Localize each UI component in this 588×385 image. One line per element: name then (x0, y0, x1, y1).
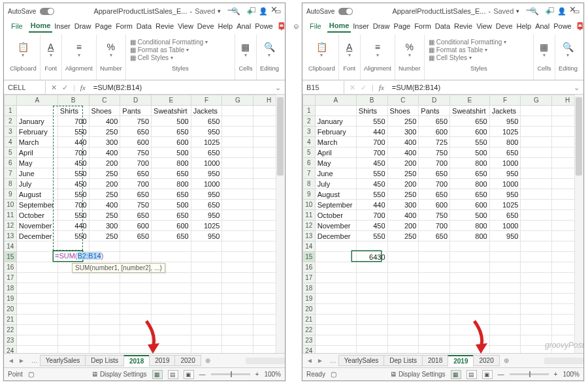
menu-home[interactable]: Home (327, 20, 351, 33)
tab-2020[interactable]: 2020 (473, 355, 499, 366)
clipboard-icon[interactable]: 📋▾ (16, 40, 30, 59)
data-cell[interactable]: 550 (356, 231, 387, 241)
maximize-button[interactable]: □ (243, 3, 263, 16)
data-cell[interactable]: 800 (450, 221, 490, 231)
cond-format[interactable]: ▦ Conditional Formatting ▾ (429, 38, 529, 46)
data-cell[interactable]: 250 (89, 127, 120, 137)
tab-deplists[interactable]: Dep Lists (85, 355, 124, 366)
tab-deplists[interactable]: Dep Lists (384, 355, 423, 366)
menu-home[interactable]: Home (29, 20, 53, 33)
view-break[interactable]: ▣ (482, 370, 493, 379)
format-table[interactable]: ▦ Format as Table ▾ (429, 46, 529, 54)
cells-icon[interactable]: ▦▾ (537, 40, 551, 59)
zoom-out[interactable]: — (498, 371, 504, 378)
data-cell[interactable]: 700 (419, 221, 450, 231)
share-icon[interactable]: 📮 (574, 20, 587, 33)
zoom-slider[interactable] (211, 373, 250, 375)
data-cell[interactable]: 950 (191, 189, 222, 200)
menu-review[interactable]: Revie (452, 20, 474, 32)
data-cell[interactable]: 750 (419, 147, 450, 158)
menu-view[interactable]: View (176, 20, 195, 32)
month-cell[interactable]: July (315, 179, 356, 189)
data-cell[interactable]: 400 (89, 147, 120, 158)
menu-dev[interactable]: Deve (494, 20, 515, 32)
comments-icon[interactable]: ☺ (291, 20, 302, 32)
menu-insert[interactable]: Inser (52, 20, 72, 32)
data-cell[interactable]: 550 (57, 127, 89, 137)
menu-view[interactable]: View (474, 20, 494, 32)
month-cell[interactable]: May (16, 158, 57, 168)
data-cell[interactable]: 750 (120, 200, 152, 210)
data-cell[interactable]: 950 (191, 168, 222, 179)
name-box[interactable]: CELL (4, 81, 46, 94)
tab-2019[interactable]: 2019 (448, 355, 474, 367)
menu-anal[interactable]: Anal (235, 20, 253, 32)
data-cell[interactable]: 700 (57, 147, 89, 158)
data-cell[interactable]: 700 (419, 179, 450, 189)
alignment-icon[interactable]: ≡▾ (72, 40, 86, 59)
data-cell[interactable]: 650 (450, 168, 490, 179)
data-cell[interactable]: 650 (120, 210, 152, 221)
close-button[interactable]: ✕ (264, 3, 284, 16)
data-cell[interactable]: 600 (419, 127, 450, 137)
font-icon[interactable]: A▾ (342, 40, 357, 59)
data-cell[interactable]: 650 (191, 200, 222, 210)
month-cell[interactable]: May (315, 158, 356, 168)
enter-icon[interactable]: ✓ (361, 84, 367, 92)
cancel-icon[interactable]: ✕ (51, 84, 57, 92)
name-box[interactable]: B15 (302, 81, 344, 94)
cond-format[interactable]: ▦ Conditional Formatting ▾ (130, 38, 231, 46)
menu-form[interactable]: Form (114, 20, 135, 32)
menu-review[interactable]: Revie (154, 20, 176, 32)
data-cell[interactable]: 800 (489, 137, 521, 147)
menu-file[interactable]: File (9, 20, 25, 32)
share-icon[interactable]: 📮 (275, 20, 288, 33)
month-cell[interactable]: October (16, 210, 57, 221)
data-cell[interactable]: 650 (152, 168, 191, 179)
view-page[interactable]: ▤ (466, 370, 477, 379)
data-cell[interactable]: 700 (419, 158, 450, 168)
close-button[interactable]: ✕ (563, 3, 582, 16)
month-cell[interactable]: August (16, 189, 57, 200)
alignment-icon[interactable]: ≡▾ (370, 40, 385, 59)
menu-data[interactable]: Data (135, 20, 154, 32)
month-cell[interactable]: August (315, 189, 356, 200)
data-cell[interactable]: 600 (152, 137, 191, 147)
data-cell[interactable]: 250 (387, 189, 419, 200)
data-cell[interactable]: 950 (489, 168, 521, 179)
data-cell[interactable]: 600 (120, 221, 152, 231)
data-cell[interactable]: 650 (152, 189, 191, 200)
autosave-toggle[interactable] (40, 8, 54, 15)
menu-file[interactable]: File (308, 20, 323, 32)
data-cell[interactable]: 1000 (489, 158, 521, 168)
data-cell[interactable]: 650 (152, 231, 191, 241)
month-cell[interactable]: October (315, 210, 356, 221)
font-icon[interactable]: A▾ (44, 40, 58, 59)
menu-power[interactable]: Powe (253, 20, 275, 32)
data-cell[interactable]: 700 (356, 137, 387, 147)
data-cell[interactable]: 725 (419, 137, 450, 147)
month-cell[interactable]: February (315, 127, 356, 137)
data-cell[interactable]: 750 (120, 116, 152, 127)
month-cell[interactable]: March (16, 137, 57, 147)
autosave-toggle[interactable] (338, 8, 353, 15)
data-cell[interactable]: 400 (387, 137, 419, 147)
editing-icon[interactable]: 🔍▾ (262, 40, 276, 59)
data-cell[interactable]: 650 (450, 116, 490, 127)
data-cell[interactable]: 650 (419, 189, 450, 200)
data-cell[interactable]: 250 (387, 231, 419, 241)
view-page[interactable]: ▤ (168, 370, 178, 379)
spreadsheet-grid[interactable]: ABCDEFGH 1ShirtsShoesPantsSweatshirtJack… (302, 95, 583, 353)
data-cell[interactable]: 1025 (191, 221, 222, 231)
data-cell[interactable]: 600 (152, 221, 191, 231)
data-cell[interactable]: 550 (57, 189, 89, 200)
month-cell[interactable]: January (315, 116, 356, 127)
expand-formula-icon[interactable]: ⌄ (271, 84, 285, 92)
data-cell[interactable]: 500 (152, 116, 191, 127)
sum-cell[interactable]: 6430 (356, 252, 387, 262)
data-cell[interactable]: 300 (387, 200, 419, 210)
expand-formula-icon[interactable]: ⌄ (570, 84, 583, 92)
data-cell[interactable]: 1025 (489, 127, 521, 137)
data-cell[interactable]: 800 (152, 179, 191, 189)
data-cell[interactable]: 550 (57, 168, 89, 179)
